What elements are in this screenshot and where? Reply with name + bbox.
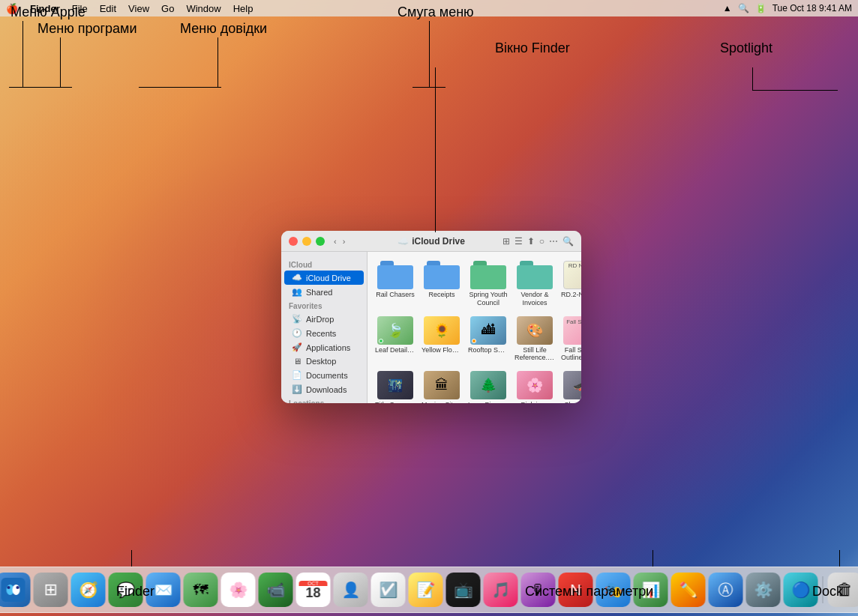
file-item-fallscents[interactable]: Fall Scents Fall Scents Outline.pages	[560, 313, 581, 366]
menu-go[interactable]: Go	[161, 3, 174, 14]
file-item-spring[interactable]: Spring Youth Council	[466, 258, 510, 310]
line-help-menu	[218, 37, 218, 87]
sidebar-item-desktop[interactable]: 🖥 Desktop	[284, 354, 364, 368]
file-item-skater[interactable]: 🛹 Skater.jpeg	[560, 368, 581, 403]
dock-item-launchpad[interactable]: ⊞	[34, 573, 68, 607]
icloud-drive-icon: ☁️	[292, 273, 302, 283]
icloud-icon: ☁️	[398, 236, 409, 247]
line-menu-bar	[429, 21, 430, 87]
safari-icon: 🧭	[79, 581, 98, 599]
svg-point-2	[13, 585, 20, 595]
dock-item-system-preferences[interactable]: ⚙️	[746, 573, 781, 607]
sidebar-item-airdrop[interactable]: 📡 AirDrop	[284, 312, 364, 326]
dock-item-appstore[interactable]: Ⓐ	[709, 573, 743, 607]
photos-icon: 🌸	[229, 581, 248, 599]
file-item-rooftop[interactable]: 🏙 Rooftop Shoot.jpg	[466, 313, 510, 366]
filename-rd2notes: RD.2-Notes.jpg	[561, 291, 581, 299]
dock-item-notes[interactable]: 📝	[409, 573, 443, 607]
sidebar-label-recents: Recents	[306, 329, 336, 338]
tag-button[interactable]: ○	[539, 236, 544, 247]
line-menu-bar-h	[412, 87, 446, 88]
menu-help[interactable]: Help	[233, 3, 254, 14]
file-item-receipts[interactable]: Receipts	[420, 258, 464, 310]
file-item-stilllife[interactable]: 🎨 Still Life Reference.jpg	[513, 313, 556, 366]
file-item-leaf[interactable]: 🍃 Leaf Detail.jpg	[374, 313, 417, 366]
line-finder-window	[435, 67, 436, 232]
back-button[interactable]: ‹	[334, 237, 337, 246]
dock-item-maps[interactable]: 🗺	[184, 573, 218, 607]
file-item-rail-chasers[interactable]: Rail Chasers	[374, 258, 417, 310]
file-item-vendor[interactable]: Vendor & Invoices	[513, 258, 556, 310]
filename-rooftop: Rooftop Shoot.jpg	[468, 346, 508, 354]
downloads-icon: ⬇️	[292, 384, 302, 394]
sidebar-label-icloud-drive: iCloud Drive	[306, 274, 351, 283]
dock-item-music[interactable]: 🎵	[484, 573, 518, 607]
file-item-yellow[interactable]: 🌻 Yellow Flower.jpg	[420, 313, 464, 366]
dock-item-safari[interactable]: 🧭	[71, 573, 106, 607]
minimize-button[interactable]	[302, 237, 311, 246]
dock-item-calendar[interactable]: OCT 18	[296, 573, 331, 607]
calendar-icon: OCT 18	[299, 581, 328, 600]
dock-item-photos[interactable]: 🌸	[221, 573, 256, 607]
share-button[interactable]: ⬆	[527, 236, 535, 247]
menu-window[interactable]: Window	[186, 3, 220, 14]
sidebar-section-favorites: Favorites	[281, 299, 367, 312]
filename-stilllife: Still Life Reference.jpg	[514, 346, 555, 363]
sidebar-item-icloud-drive[interactable]: ☁️ iCloud Drive	[284, 271, 364, 285]
file-item-titlecover[interactable]: 🌃 Title Cover.jpg	[374, 368, 417, 403]
dock-item-finder[interactable]	[0, 573, 31, 607]
sidebar-section-icloud: iCloud	[281, 258, 367, 271]
file-item-mexico[interactable]: 🏛 Mexico City.jpeg	[420, 368, 464, 403]
sidebar-item-documents[interactable]: 📄 Documents	[284, 368, 364, 382]
filename-yellow: Yellow Flower.jpg	[422, 346, 462, 354]
sidebar-item-recents[interactable]: 🕐 Recents	[284, 326, 364, 340]
recents-icon: 🕐	[292, 328, 302, 338]
close-button[interactable]	[289, 237, 298, 246]
search-button[interactable]: 🔍	[562, 236, 574, 247]
dock-item-pages[interactable]: ✏️	[671, 573, 706, 607]
maximize-button[interactable]	[316, 237, 325, 246]
notes-icon: 📝	[416, 581, 435, 599]
action-button[interactable]: ⋯	[549, 236, 558, 247]
dock-item-tv[interactable]: 📺	[446, 573, 481, 607]
window-titlebar: ‹ › ☁️ iCloud Drive ⊞ ☰ ⬆ ○ ⋯ 🔍	[281, 231, 581, 252]
titlebar-right: ⊞ ☰ ⬆ ○ ⋯ 🔍	[502, 236, 574, 247]
line-finder-bottom	[131, 550, 132, 567]
sidebar-item-shared[interactable]: 👥 Shared	[284, 285, 364, 299]
maps-icon: 🗺	[194, 582, 208, 599]
window-title-text: iCloud Drive	[412, 236, 465, 247]
battery-icon[interactable]: 🔋	[755, 3, 766, 13]
file-item-pink[interactable]: 🌸 Pink.jpeg	[513, 368, 556, 403]
annotation-spotlight: Spotlight	[720, 40, 772, 56]
sidebar-item-applications[interactable]: 🚀 Applications	[284, 340, 364, 354]
menubar-right: ▲ 🔍 🔋 Tue Oct 18 9:41 AM	[723, 3, 852, 13]
view-icon-grid[interactable]: ⊞	[502, 236, 510, 247]
sidebar-item-downloads[interactable]: ⬇️ Downloads	[284, 382, 364, 396]
reminders-icon: ☑️	[379, 581, 398, 599]
finder-icon	[2, 578, 26, 602]
spotlight-icon[interactable]: 🔍	[738, 3, 749, 13]
file-item-lonepine[interactable]: 🌲 Lone Pine.jpeg	[466, 368, 510, 403]
dock-item-facetime[interactable]: 📹	[259, 573, 293, 607]
view-icon-list[interactable]: ☰	[514, 236, 523, 247]
dock-item-contacts[interactable]: 👤	[334, 573, 368, 607]
filename-pink: Pink.jpeg	[520, 401, 548, 403]
annotation-help-menu: Меню довідки	[180, 21, 267, 37]
menu-edit[interactable]: Edit	[100, 3, 116, 14]
filename-spring: Spring Youth Council	[468, 291, 508, 307]
filename-receipts: Receipts	[428, 291, 454, 299]
wifi-icon[interactable]: ▲	[723, 3, 732, 13]
line-apple-menu	[22, 21, 23, 87]
pages-icon: ✏️	[679, 581, 698, 599]
forward-button[interactable]: ›	[343, 237, 346, 246]
menu-view[interactable]: View	[128, 3, 149, 14]
line-app-menu	[60, 37, 61, 87]
file-item-rd2notes[interactable]: RD Notes RD.2-Notes.jpg	[560, 258, 581, 310]
finder-window: ‹ › ☁️ iCloud Drive ⊞ ☰ ⬆ ○ ⋯ 🔍 iCloud ☁…	[281, 231, 581, 403]
annotation-app-menu: Меню програми	[38, 21, 136, 37]
annotation-menu-bar: Смуга меню	[398, 4, 474, 20]
dock-item-reminders[interactable]: ☑️	[371, 573, 406, 607]
line-spotlight	[752, 67, 753, 90]
sidebar-label-shared: Shared	[306, 288, 332, 297]
svg-point-4	[16, 586, 20, 589]
